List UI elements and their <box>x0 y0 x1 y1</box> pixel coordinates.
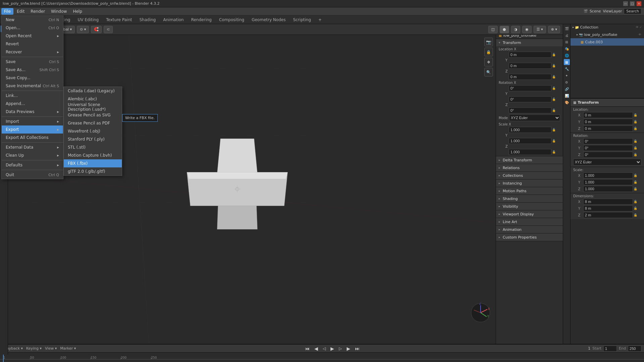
menu-file[interactable]: File <box>1 8 13 15</box>
outliner-item-collection[interactable]: ▸ 📁 Collection 👁 ✓ <box>571 23 644 31</box>
prop-icon-render[interactable]: 🎬 <box>564 25 570 32</box>
timeline-ruler[interactable]: 1 50 100 150 200 250 <box>0 353 644 362</box>
window-controls[interactable]: — □ ✕ <box>623 1 641 6</box>
scale-z-lock[interactable]: 🔓 <box>634 187 639 191</box>
viewport-shading-solid[interactable]: ● <box>500 26 509 33</box>
outliner-item-snoflake[interactable]: ▸ 📷 low_poly_snoflake 👁 <box>571 31 644 38</box>
menu-save[interactable]: Save Ctrl S <box>2 58 63 66</box>
collection-check[interactable]: ✓ <box>639 25 642 29</box>
view-zoom[interactable]: 🔍 <box>484 68 493 76</box>
view-lock[interactable]: 🔒 <box>484 48 493 56</box>
menu-new[interactable]: New Ctrl N <box>2 16 63 24</box>
rot-z-lock[interactable]: 🔓 <box>634 153 639 156</box>
overlay-toggle[interactable]: ☰ ▾ <box>534 26 546 33</box>
viewport-display-header[interactable]: Viewport Display <box>496 210 563 218</box>
scale-x-lock[interactable]: 🔓 <box>634 174 639 177</box>
rot-mode-select[interactable]: XYZ Euler <box>573 159 641 165</box>
prop-icon-constraints[interactable]: 🔗 <box>564 86 570 92</box>
prop-icon-material[interactable]: 🎨 <box>564 99 570 105</box>
menu-defaults[interactable]: Defaults ▸ <box>2 161 63 169</box>
tab-animation[interactable]: Animation <box>160 16 187 23</box>
tab-rendering[interactable]: Rendering <box>188 16 215 23</box>
motion-paths-header[interactable]: Motion Paths <box>496 187 563 195</box>
prop-icon-physics[interactable]: ⚙ <box>564 79 570 85</box>
loc-x-lock[interactable]: 🔓 <box>634 113 639 117</box>
export-wavefront[interactable]: Wavefront (.obj) <box>64 127 122 135</box>
tab-scripting[interactable]: Scripting <box>290 16 314 23</box>
export-motion-capture[interactable]: Motion Capture (.bvh) <box>64 151 122 159</box>
export-fbx[interactable]: FBX (.fbx) <box>64 159 122 167</box>
export-stl[interactable]: STL (.stl) <box>64 143 122 151</box>
loc-y-input[interactable] <box>583 119 633 125</box>
visibility-header[interactable]: Visibility <box>496 203 563 210</box>
end-frame-input[interactable] <box>628 346 641 352</box>
keying-menu[interactable]: Keying ▾ <box>26 346 42 351</box>
menu-export[interactable]: Export ▸ <box>2 125 63 134</box>
tab-uv-editing[interactable]: UV Editing <box>74 16 102 23</box>
prop-icon-scene[interactable]: 🎭 <box>564 46 570 52</box>
scale-y-lock[interactable]: 🔓 <box>634 180 639 184</box>
tab-compositing[interactable]: Compositing <box>216 16 248 23</box>
instancing-header[interactable]: Instancing <box>496 179 563 187</box>
tab-texture-paint[interactable]: Texture Paint <box>103 16 135 23</box>
prev-keyframe-btn[interactable]: ◁ <box>321 346 327 351</box>
obj-rot-z-lock[interactable]: 🔓 <box>552 109 557 112</box>
menu-help[interactable]: Help <box>70 8 85 15</box>
delta-transform-header[interactable]: Delta Transform <box>496 156 563 164</box>
menu-render[interactable]: Render <box>28 8 48 15</box>
obj-rot-x-inp[interactable] <box>509 85 551 91</box>
marker-menu[interactable]: Marker ▾ <box>59 346 77 351</box>
close-button[interactable]: ✕ <box>637 1 641 6</box>
obj-mode-select[interactable]: XYZ Euler <box>509 114 560 121</box>
obj-scale-z-lock[interactable]: 🔓 <box>552 150 557 154</box>
export-collada[interactable]: Collada (.dae) (Legacy) <box>64 87 122 95</box>
obj-scale-x-inp[interactable] <box>509 127 551 133</box>
menu-import[interactable]: Import ▸ <box>2 117 63 125</box>
maximize-button[interactable]: □ <box>630 1 635 6</box>
dim-x-input[interactable] <box>583 199 633 205</box>
export-stanford[interactable]: Stanford PLY (.ply) <box>64 135 122 143</box>
menu-edit[interactable]: Edit <box>14 8 27 15</box>
obj-loc-y-inp[interactable] <box>509 63 551 69</box>
menu-append[interactable]: Append... <box>2 100 63 108</box>
export-gp-pdf[interactable]: Grease Pencil as PDF <box>64 119 122 127</box>
custom-props-header[interactable]: Custom Properties <box>496 234 563 241</box>
dim-z-input[interactable] <box>583 212 633 218</box>
tab-geometry-nodes[interactable]: Geometry Nodes <box>248 16 289 23</box>
menu-quit[interactable]: Quit Ctrl Q <box>2 171 63 179</box>
menu-cleanup[interactable]: Clean Up ▸ <box>2 151 63 159</box>
menu-save-as[interactable]: Save As... Shift Ctrl S <box>2 66 63 74</box>
scale-x-input[interactable] <box>583 172 633 178</box>
prop-icon-output[interactable]: 🖨 <box>564 32 570 38</box>
loc-z-lock[interactable]: 🔓 <box>634 127 639 130</box>
export-gltf[interactable]: glTF 2.0 (.glb/.gltf) <box>64 167 122 175</box>
export-gp-svg[interactable]: Grease Pencil as SVG <box>64 111 122 119</box>
rot-y-input[interactable] <box>583 145 633 151</box>
snoflake-eye[interactable]: 👁 <box>638 33 641 36</box>
outliner-item-cube003[interactable]: ▦ Cube.003 <box>571 38 644 46</box>
obj-loc-x-lock[interactable]: 🔓 <box>552 53 557 56</box>
play-btn[interactable]: ▶ <box>329 346 336 351</box>
viewport-shading-render[interactable]: ◉ <box>522 26 532 33</box>
loc-y-lock[interactable]: 🔓 <box>634 120 639 123</box>
snap-toggle[interactable]: 🧲 <box>91 26 102 33</box>
collections-header[interactable]: Collections <box>496 172 563 179</box>
viewport-3d[interactable]: 📷 🔒 ✥ 🔍 X Y Z <box>8 35 496 344</box>
menu-external-data[interactable]: External Data ▸ <box>2 143 63 151</box>
animation-header[interactable]: Animation <box>496 226 563 233</box>
menu-open[interactable]: Open... Ctrl O <box>2 24 63 32</box>
scale-z-input[interactable] <box>583 186 633 192</box>
prop-icon-modifier[interactable]: 🔧 <box>564 66 570 72</box>
gizmo-toggle[interactable]: ⊕ ▾ <box>548 26 560 33</box>
rot-y-lock[interactable]: 🔓 <box>634 146 639 150</box>
obj-rot-y-inp[interactable] <box>509 96 551 102</box>
obj-scale-y-inp[interactable] <box>509 138 551 144</box>
jump-start-btn[interactable]: ⏮ <box>304 346 311 351</box>
prop-icon-data[interactable]: 📊 <box>564 93 570 99</box>
dim-z-lock[interactable]: 🔓 <box>634 213 639 217</box>
tab-shading[interactable]: Shading <box>136 16 159 23</box>
start-frame-input[interactable] <box>603 346 617 352</box>
step-fwd-btn[interactable]: ▶ <box>345 346 352 351</box>
prop-icon-particles[interactable]: ✦ <box>564 72 570 79</box>
view-pivot[interactable]: ✥ <box>484 58 493 66</box>
